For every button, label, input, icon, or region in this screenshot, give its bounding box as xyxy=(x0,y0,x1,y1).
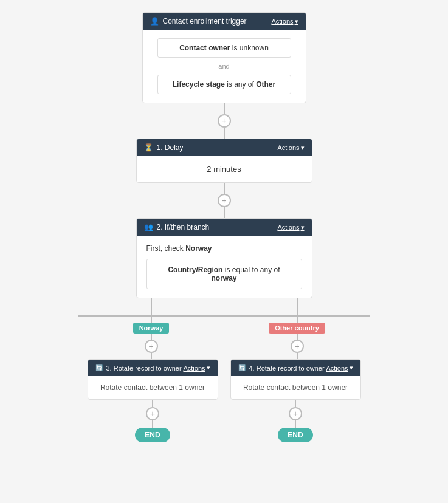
rotate-right-actions-button[interactable]: Actions ▾ xyxy=(326,364,353,372)
person-icon: 👤 xyxy=(150,17,159,26)
left-end-col: + END xyxy=(88,400,218,442)
add-step-1[interactable]: + xyxy=(218,114,231,128)
trigger-header-left: 👤 Contact enrollment trigger xyxy=(150,17,247,26)
condition2-field: Lifecycle stage xyxy=(173,80,225,89)
rotate-right-header: 🔄 4. Rotate record to owner Actions ▾ xyxy=(231,360,360,376)
chevron-down-icon-2: ▾ xyxy=(301,144,305,152)
vline-end-right-1 xyxy=(295,400,296,407)
delay-icon: ⏳ xyxy=(144,143,153,152)
vline-4 xyxy=(224,207,225,218)
delay-actions-label: Actions xyxy=(277,144,299,151)
rotate-right-icon: 🔄 xyxy=(238,364,246,371)
vline-end-left-1 xyxy=(152,400,153,407)
rotate-left-header: 🔄 3. Rotate record to owner Actions ▾ xyxy=(88,360,218,376)
condition1-suffix: is unknown xyxy=(232,44,269,52)
other-country-label: Other country xyxy=(269,323,325,334)
rotate-right-body: Rotate contact between 1 owner xyxy=(231,376,360,399)
workflow-canvas: 👤 Contact enrollment trigger Actions ▾ C… xyxy=(0,12,448,491)
delay-duration: 2 minutes xyxy=(207,165,241,174)
rotate-left-body: Rotate contact between 1 owner xyxy=(88,376,218,399)
delay-header-left: ⏳ 1. Delay xyxy=(144,143,184,152)
trigger-actions-button[interactable]: Actions ▾ xyxy=(271,18,298,26)
delay-actions-button[interactable]: Actions ▾ xyxy=(277,144,304,152)
add-step-left[interactable]: + xyxy=(145,340,158,353)
condition2-value: Other xyxy=(256,80,275,89)
chevron-down-icon-3: ▾ xyxy=(301,224,305,231)
plus-icon-left: + xyxy=(148,341,153,351)
add-step-2[interactable]: + xyxy=(218,194,231,207)
chevron-down-icon: ▾ xyxy=(295,18,298,26)
condition-box-2: Lifecycle stage is any of Other xyxy=(157,75,291,94)
rotate-left-body-text: Rotate contact between 1 owner xyxy=(100,383,205,392)
left-branch-connector xyxy=(78,298,224,315)
labels-row: Norway + Other country + xyxy=(78,317,370,359)
connector-2: + xyxy=(218,183,231,218)
plus-icon-end-right: + xyxy=(293,409,298,419)
add-step-end-left[interactable]: + xyxy=(146,407,159,420)
plus-icon-right: + xyxy=(294,341,299,351)
rotate-right-title: 4. Rotate record to owner xyxy=(249,364,325,372)
vline-label-right-2 xyxy=(297,334,298,340)
rotate-cards-row: 🔄 3. Rotate record to owner Actions ▾ Ro… xyxy=(78,359,370,400)
rotate-right-header-left: 🔄 4. Rotate record to owner xyxy=(238,364,325,372)
condition2-suffix: is any of xyxy=(227,80,256,89)
branch-actions-label: Actions xyxy=(277,224,299,231)
delay-body: 2 minutes xyxy=(137,156,312,182)
trigger-actions-label: Actions xyxy=(271,18,293,25)
chevron-down-icon-5: ▾ xyxy=(350,364,353,372)
vline-left-top xyxy=(151,298,152,315)
add-step-end-right[interactable]: + xyxy=(289,407,302,420)
branch-cond-value: norway xyxy=(211,274,236,282)
branch-cond-field: Country/Region xyxy=(168,265,222,274)
check-value: Norway xyxy=(185,244,212,253)
trigger-card: 👤 Contact enrollment trigger Actions ▾ C… xyxy=(142,12,306,103)
end-badge-left: END xyxy=(135,428,170,442)
plus-icon-1: + xyxy=(221,116,226,126)
vline-2 xyxy=(224,128,225,139)
branch-header: 👥 2. If/then branch Actions ▾ xyxy=(137,219,312,236)
right-label-col: Other country + xyxy=(224,317,370,359)
branch-actions-button[interactable]: Actions ▾ xyxy=(277,224,304,231)
vline-right-top xyxy=(297,298,298,315)
condition-box-1: Contact owner is unknown xyxy=(157,38,291,58)
vline-end-left-2 xyxy=(152,420,153,428)
end-badge-right: END xyxy=(278,428,312,442)
plus-icon-end-left: + xyxy=(150,409,155,419)
rotate-right-card: 🔄 4. Rotate record to owner Actions ▾ Ro… xyxy=(230,359,361,400)
rotate-left-actions-button[interactable]: Actions ▾ xyxy=(183,364,210,372)
norway-label: Norway xyxy=(133,323,170,334)
and-text: and xyxy=(218,63,229,70)
trigger-body: Contact owner is unknown and Lifecycle s… xyxy=(143,30,306,103)
end-connectors-row: + END + END xyxy=(78,400,370,442)
branch-body: First, check Norway Country/Region is eq… xyxy=(137,236,312,298)
rotate-left-title: 3. Rotate record to owner xyxy=(106,364,182,372)
vline-label-right-3 xyxy=(297,353,298,359)
right-end-col: + END xyxy=(230,400,361,442)
check-label: First, check xyxy=(146,244,184,253)
left-label-col: Norway + xyxy=(78,317,224,359)
split-section: Norway + Other country + xyxy=(0,298,448,442)
rotate-left-header-left: 🔄 3. Rotate record to owner xyxy=(95,364,182,372)
rotate-left-card: 🔄 3. Rotate record to owner Actions ▾ Ro… xyxy=(88,359,218,400)
trigger-header: 👤 Contact enrollment trigger Actions ▾ xyxy=(143,13,306,30)
right-branch-connector xyxy=(224,298,370,315)
rotate-right-actions-label: Actions xyxy=(326,364,348,372)
trigger-title: Contact enrollment trigger xyxy=(163,17,247,26)
vline-label-left xyxy=(151,317,152,323)
vline-3 xyxy=(224,183,225,194)
branch-header-left: 👥 2. If/then branch xyxy=(144,223,210,231)
vline-1 xyxy=(224,103,225,114)
rotate-right-body-text: Rotate contact between 1 owner xyxy=(243,383,348,392)
branch-condition-box: Country/Region is equal to any of norway xyxy=(146,259,302,289)
rotate-left-actions-label: Actions xyxy=(183,364,205,372)
delay-card: ⏳ 1. Delay Actions ▾ 2 minutes xyxy=(136,139,312,183)
add-step-right[interactable]: + xyxy=(291,340,304,353)
branch-icon: 👥 xyxy=(144,223,153,231)
delay-title: 1. Delay xyxy=(157,143,184,152)
vline-end-right-2 xyxy=(295,420,296,428)
branch-check-text: First, check Norway xyxy=(146,244,302,253)
plus-icon-2: + xyxy=(221,196,226,205)
connector-1: + xyxy=(218,103,231,139)
branch-card: 👥 2. If/then branch Actions ▾ First, che… xyxy=(136,218,312,298)
branch-title: 2. If/then branch xyxy=(157,223,210,231)
